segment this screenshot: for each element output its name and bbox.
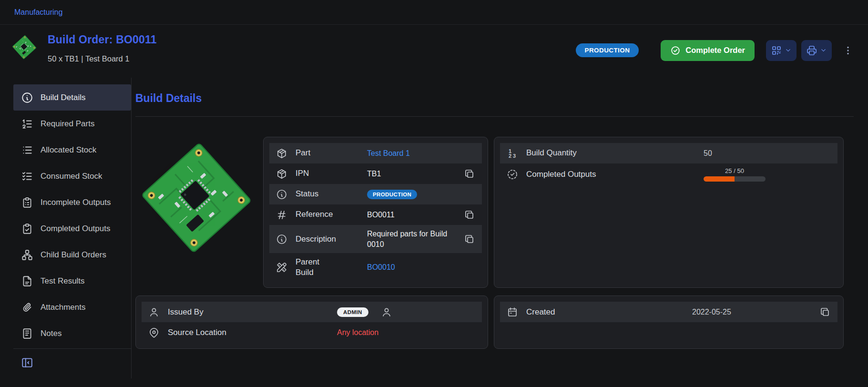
print-actions-button[interactable]	[801, 40, 832, 61]
row-label: Status	[296, 189, 367, 199]
row-completed-outputs: Completed Outputs 25 / 50	[500, 163, 837, 185]
chevron-down-icon	[785, 47, 792, 54]
paperclip-icon	[21, 301, 33, 314]
row-part: Part Test Board 1	[269, 143, 482, 163]
sidebar-item-attachments[interactable]: Attachments	[13, 294, 131, 320]
sidebar-item-notes[interactable]: Notes	[13, 320, 131, 346]
issued-panel: Issued By ADMIN Source Location Any loca…	[135, 295, 488, 349]
package-icon	[276, 148, 287, 159]
details-grid: Part Test Board 1 IPN TB1 Status PRODUCT…	[135, 137, 854, 349]
sidebar-item-build-details[interactable]: Build Details	[13, 84, 131, 111]
row-source-location: Source Location Any location	[142, 322, 482, 343]
complete-order-button[interactable]: Complete Order	[661, 40, 755, 61]
row-label: Build Quantity	[526, 148, 704, 158]
build-thumbnail[interactable]	[11, 34, 37, 60]
breadcrumb-manufacturing[interactable]: Manufacturing	[14, 8, 62, 17]
body-row: Build Details Required Parts Allocated S…	[0, 78, 868, 378]
sidebar-item-label: Incomplete Outputs	[41, 198, 111, 207]
page-header: Build Order: BO0011 50 x TB1 | Test Boar…	[0, 25, 868, 78]
collapse-sidebar-icon[interactable]	[21, 356, 33, 369]
more-actions-button[interactable]	[842, 45, 854, 56]
row-label: Issued By	[168, 307, 337, 317]
sidebar-item-incomplete-outputs[interactable]: Incomplete Outputs	[13, 189, 131, 215]
row-issued-by: Issued By ADMIN	[142, 302, 482, 322]
dots-vertical-icon	[842, 45, 854, 56]
copy-icon[interactable]	[464, 209, 475, 221]
info-circle-icon	[21, 92, 33, 104]
header-titles: Build Order: BO0011 50 x TB1 | Test Boar…	[48, 33, 157, 63]
page-subtitle: 50 x TB1 | Test Board 1	[48, 54, 157, 63]
page-title: Build Order: BO0011	[48, 33, 157, 46]
completed-progress-fill	[704, 176, 735, 182]
part-link[interactable]: Test Board 1	[367, 149, 410, 158]
row-reference: Reference BO0011	[269, 204, 482, 225]
row-value: TB1	[367, 170, 464, 178]
tools-icon	[276, 262, 287, 273]
map-pin-icon	[148, 327, 160, 338]
row-parent-build: Parent Build BO0010	[269, 253, 482, 282]
source-location-value: Any location	[337, 328, 475, 337]
row-build-quantity: 123 Build Quantity 50	[500, 143, 837, 163]
copy-icon[interactable]	[819, 306, 831, 318]
info-circle-icon	[276, 189, 287, 200]
sidebar-item-label: Consumed Stock	[41, 172, 102, 181]
header-actions: PRODUCTION Complete Order	[576, 37, 854, 63]
sidebar-item-consumed-stock[interactable]: Consumed Stock	[13, 163, 131, 189]
row-value: Required parts for Build 0010	[367, 229, 464, 249]
production-status-badge: PRODUCTION	[367, 190, 417, 199]
sidebar-item-label: Completed Outputs	[41, 224, 110, 234]
details-left: Part Test Board 1 IPN TB1 Status PRODUCT…	[135, 137, 488, 288]
sitemap-icon	[21, 249, 33, 261]
hash-icon	[276, 209, 287, 221]
sidebar-footer	[13, 348, 131, 371]
row-value: 2022-05-25	[692, 308, 819, 316]
progress-label: 25 / 50	[704, 167, 766, 174]
sidebar-item-label: Required Parts	[41, 119, 94, 129]
clipboard-check-icon	[21, 223, 33, 235]
row-value: BO0011	[367, 211, 464, 219]
details-panel: Part Test Board 1 IPN TB1 Status PRODUCT…	[263, 137, 488, 288]
sidebar-item-required-parts[interactable]: Required Parts	[13, 111, 131, 137]
printer-icon	[806, 45, 817, 56]
section-heading: Build Details	[135, 92, 854, 105]
row-label: Created	[526, 307, 692, 317]
sidebar-item-label: Child Build Orders	[41, 250, 106, 260]
sidebar-item-label: Test Results	[41, 276, 85, 286]
part-image[interactable]	[135, 137, 257, 259]
progress-track	[704, 176, 766, 182]
copy-icon[interactable]	[464, 234, 475, 245]
row-status: Status PRODUCTION	[269, 184, 482, 204]
status-badge: PRODUCTION	[576, 43, 639, 57]
sidebar-item-allocated-stock[interactable]: Allocated Stock	[13, 137, 131, 163]
sidebar-item-label: Build Details	[41, 93, 86, 102]
sidebar-item-test-results[interactable]: Test Results	[13, 268, 131, 294]
user-icon	[148, 306, 160, 318]
row-label: Reference	[296, 209, 367, 220]
svg-text:2: 2	[509, 153, 511, 159]
completed-progress: 25 / 50	[704, 167, 766, 182]
complete-order-label: Complete Order	[685, 46, 745, 55]
package-icon	[276, 168, 287, 180]
pcb-image	[135, 136, 257, 259]
qrcode-icon	[771, 45, 782, 56]
row-label: Source Location	[168, 327, 337, 338]
row-label: Part	[296, 148, 367, 158]
section-divider	[135, 116, 854, 117]
row-label: Parent Build	[296, 257, 331, 278]
parent-build-link[interactable]: BO0010	[367, 263, 395, 272]
copy-icon[interactable]	[464, 168, 475, 180]
clipboard-list-icon	[21, 196, 33, 209]
file-check-icon	[21, 275, 33, 287]
sidebar-item-child-build-orders[interactable]: Child Build Orders	[13, 242, 131, 268]
header-left: Build Order: BO0011 50 x TB1 | Test Boar…	[11, 33, 157, 63]
info-circle-icon	[276, 234, 287, 245]
sidebar-item-label: Allocated Stock	[41, 145, 96, 155]
sidebar-item-completed-outputs[interactable]: Completed Outputs	[13, 215, 131, 242]
row-created: Created 2022-05-25	[500, 302, 837, 322]
calendar-icon	[507, 306, 518, 318]
created-panel: Created 2022-05-25	[494, 295, 844, 349]
pcb-thumbnail-image	[11, 34, 38, 61]
user-icon	[381, 306, 392, 318]
main-content: Build Details Part Test Board 1 IPN	[132, 78, 868, 349]
barcode-actions-button[interactable]	[766, 40, 797, 61]
